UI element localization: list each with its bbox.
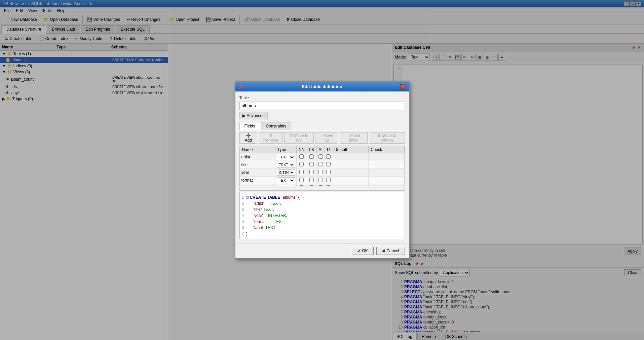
field-check-val-label[interactable] <box>370 186 403 186</box>
field-default-format[interactable] <box>334 178 367 183</box>
field-name-year[interactable] <box>241 170 274 175</box>
field-u-title[interactable] <box>326 162 331 166</box>
col-nn-header: NN <box>297 146 307 153</box>
dialog-body: Table ▶ Advanced Fields Constraints ➕ Ad… <box>235 91 409 243</box>
field-type-year[interactable]: TEXTINTEGERREALBLOBNUMERIC <box>277 169 295 176</box>
field-u-year[interactable] <box>326 170 331 174</box>
dialog-title: Edit table definition <box>302 84 342 89</box>
fields-table: Name Type NN PK AI U Default Check <box>240 146 405 186</box>
field-row-artist: TEXTINTEGERREALBLOBNUMERIC <box>240 153 404 161</box>
field-row-title: TEXTINTEGERREALBLOBNUMERIC <box>240 161 404 168</box>
move-bottom-button[interactable]: ⇊ Move to bottom <box>369 132 405 144</box>
field-nn-format[interactable] <box>299 178 304 182</box>
sql-line-5: 5 "format" TEXT, <box>242 219 403 225</box>
field-default-title[interactable] <box>334 162 367 167</box>
field-check-artist[interactable] <box>370 155 403 159</box>
field-u-artist[interactable] <box>326 154 331 159</box>
edit-table-dialog: 📌 Edit table definition ✕ Table ▶ Advanc… <box>235 81 410 259</box>
field-pk-title[interactable] <box>309 162 314 166</box>
advanced-toggle[interactable]: ▶ Advanced <box>239 112 268 119</box>
col-pk-header: PK <box>307 146 316 153</box>
sql-line-1: 1 □ CREATE TABLE `albums` { <box>242 194 403 200</box>
field-row-format: TEXTINTEGERREALBLOBNUMERIC <box>240 176 404 184</box>
field-pk-year[interactable] <box>309 170 314 174</box>
fields-scroll: Name Type NN PK AI U Default Check <box>239 146 405 186</box>
field-pk-label[interactable] <box>309 185 314 186</box>
field-default-label[interactable] <box>334 186 367 186</box>
ok-button[interactable]: ✔ OK <box>352 247 374 255</box>
field-check-val-year[interactable] <box>370 170 403 175</box>
field-default-year[interactable] <box>334 170 367 175</box>
dtab-constraints[interactable]: Constraints <box>261 122 292 130</box>
field-name-label[interactable] <box>241 186 274 186</box>
field-pk-artist[interactable] <box>309 154 314 159</box>
dtab-fields[interactable]: Fields <box>239 122 260 130</box>
field-nn-title[interactable] <box>299 162 304 166</box>
add-field-button[interactable]: ➕ Add <box>239 132 258 144</box>
field-type-artist[interactable]: TEXTINTEGERREALBLOBNUMERIC <box>277 154 295 160</box>
col-ai-header: AI <box>316 146 325 153</box>
field-type-label[interactable]: TEXTINTEGERREALBLOBNUMERIC <box>277 185 295 186</box>
field-nn-year[interactable] <box>299 170 304 174</box>
sql-preview: 1 □ CREATE TABLE `albums` { 2 "artist" T… <box>239 192 405 239</box>
sql-line-2: 2 "artist" TEXT, <box>242 200 403 206</box>
field-ai-title[interactable] <box>318 162 323 166</box>
field-u-label[interactable] <box>326 185 331 186</box>
field-default-artist[interactable] <box>334 155 367 159</box>
field-row-year: TEXTINTEGERREALBLOBNUMERIC <box>240 168 404 176</box>
table-section-label: Table <box>239 96 405 100</box>
dialog-pin-icon: 📌 <box>239 84 244 89</box>
modal-overlay: 📌 Edit table definition ✕ Table ▶ Advanc… <box>0 0 644 340</box>
sql-line-6: 6 "label" TEXT <box>242 225 403 231</box>
field-type-title[interactable]: TEXTINTEGERREALBLOBNUMERIC <box>277 162 295 168</box>
field-ai-year[interactable] <box>318 170 323 174</box>
sql-line-7: 7 ); <box>242 231 403 237</box>
move-down-button[interactable]: ↓ Move down <box>340 132 368 144</box>
col-type-header: Type <box>275 146 296 153</box>
field-name-title[interactable] <box>241 162 274 167</box>
col-name-header: Name <box>240 146 275 153</box>
dialog-footer: ✔ OK ✖ Cancel <box>235 243 409 258</box>
dialog-titlebar: 📌 Edit table definition ✕ <box>235 82 409 91</box>
field-type-format[interactable]: TEXTINTEGERREALBLOBNUMERIC <box>277 177 295 183</box>
sql-line-4: 4 "year" INTEGER, <box>242 213 403 219</box>
col-default-header: Default <box>332 146 368 153</box>
dialog-close-button[interactable]: ✕ <box>400 84 405 89</box>
table-name-input[interactable] <box>239 102 405 110</box>
fields-toolbar: ➕ Add ✖ Remove ⇈ Move to top ↑ Move up ↓… <box>239 132 405 144</box>
field-ai-artist[interactable] <box>318 154 323 159</box>
field-ai-label[interactable] <box>318 185 323 186</box>
remove-field-button[interactable]: ✖ Remove <box>259 132 282 144</box>
advanced-label: Advanced <box>247 113 265 118</box>
field-pk-format[interactable] <box>309 178 314 182</box>
sql-line-3: 3 "title" TEXT, <box>242 206 403 213</box>
move-up-button[interactable]: ↑ Move up <box>315 132 338 144</box>
col-u-header: U <box>325 146 332 153</box>
fields-scrollbar[interactable] <box>239 187 405 191</box>
field-name-artist[interactable] <box>241 155 274 159</box>
field-nn-label[interactable] <box>299 185 304 186</box>
dialog-tabs: Fields Constraints <box>239 122 405 130</box>
cancel-button[interactable]: ✖ Cancel <box>376 247 405 255</box>
field-row-label: TEXTINTEGERREALBLOBNUMERIC <box>240 184 404 186</box>
field-ai-format[interactable] <box>318 178 323 182</box>
col-check-header: Check <box>369 146 404 153</box>
move-top-button[interactable]: ⇈ Move to top <box>284 132 314 144</box>
field-nn-artist[interactable] <box>299 154 304 159</box>
field-u-format[interactable] <box>326 178 331 182</box>
advanced-arrow: ▶ <box>242 113 245 118</box>
field-check-val-format[interactable] <box>370 178 403 183</box>
field-check-val-title[interactable] <box>370 162 403 167</box>
field-name-format[interactable] <box>241 178 274 183</box>
